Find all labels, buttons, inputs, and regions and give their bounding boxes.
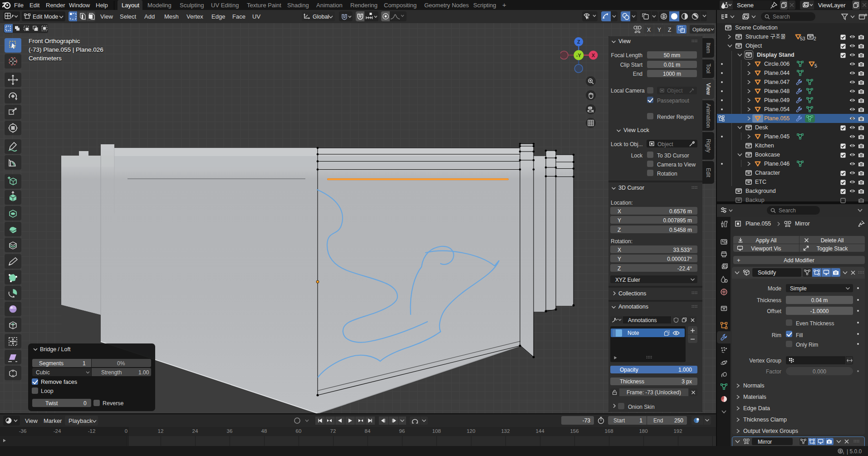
svg-text:-Y: -Y <box>576 53 582 58</box>
svg-text:Z: Z <box>577 39 580 44</box>
svg-text:1: 1 <box>843 451 844 455</box>
svg-text:X: X <box>592 53 595 58</box>
